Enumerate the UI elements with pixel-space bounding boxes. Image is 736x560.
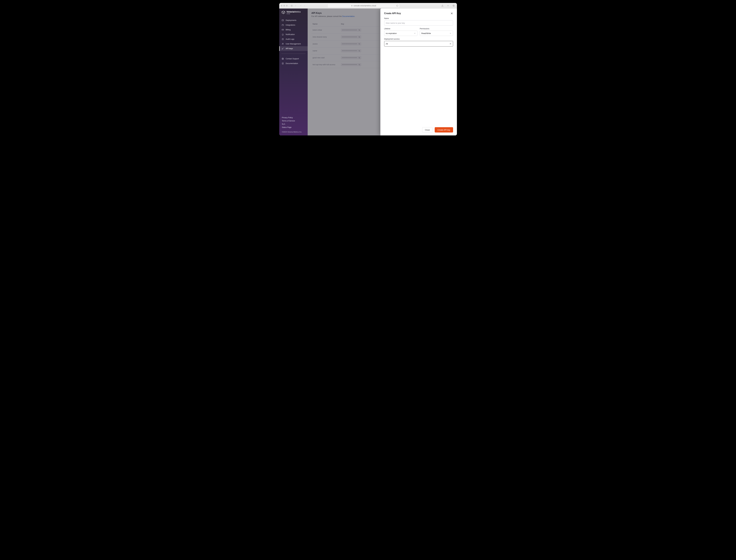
lifetime-label: Lifetime bbox=[384, 28, 417, 30]
browser-window: console.victoriametrics.cloud bbox=[279, 3, 457, 135]
sidebar-item-user-management[interactable]: User Management bbox=[279, 42, 308, 46]
window-max-dot[interactable] bbox=[286, 5, 288, 6]
new-tab-icon[interactable] bbox=[446, 4, 450, 8]
svg-rect-0 bbox=[291, 5, 292, 6]
name-input[interactable] bbox=[384, 20, 453, 26]
reload-icon[interactable] bbox=[396, 5, 398, 7]
lock-icon bbox=[351, 5, 353, 6]
key-icon bbox=[282, 47, 284, 50]
svg-rect-6 bbox=[453, 5, 454, 6]
back-button[interactable] bbox=[299, 4, 303, 8]
sidebar-item-label: Billing bbox=[286, 29, 291, 31]
deployment-access-select[interactable]: All bbox=[384, 41, 453, 47]
svg-point-17 bbox=[283, 43, 283, 44]
users-icon bbox=[282, 43, 284, 45]
forward-button[interactable] bbox=[303, 4, 306, 8]
integrations-icon bbox=[282, 24, 284, 26]
svg-point-20 bbox=[282, 58, 283, 59]
sidebar-item-label: Audit Logs bbox=[286, 38, 294, 40]
copyright: ©2024 Victoria Metrics Inc. bbox=[282, 131, 305, 133]
brand-name: VictoriaMetrics Cloud bbox=[287, 11, 301, 14]
sidebar-item-label: Integrations bbox=[286, 24, 295, 26]
sidebar-item-label: User Management bbox=[286, 43, 301, 45]
svg-rect-8 bbox=[282, 20, 284, 21]
svg-rect-2 bbox=[351, 6, 352, 6]
close-icon[interactable] bbox=[450, 12, 453, 15]
create-api-key-button[interactable]: Create API key bbox=[435, 127, 453, 132]
sidebar-item-label: Notification bbox=[286, 33, 295, 35]
create-api-key-drawer: Create API Key Name Lifetime n bbox=[380, 9, 457, 135]
nav-primary: DeploymentsIntegrationsBillingNotificati… bbox=[279, 17, 308, 52]
support-icon bbox=[282, 58, 284, 60]
svg-point-16 bbox=[282, 43, 283, 44]
chevron-down-icon[interactable] bbox=[294, 4, 297, 8]
doc-icon bbox=[282, 62, 284, 65]
close-button[interactable]: Close bbox=[422, 127, 433, 132]
window-traffic-lights[interactable] bbox=[281, 5, 288, 6]
svg-line-23 bbox=[283, 58, 284, 58]
brand-logo-icon bbox=[281, 11, 285, 15]
sidebar-item-contact-support[interactable]: Contact Support bbox=[279, 56, 308, 61]
lifetime-select[interactable]: no expiration bbox=[384, 31, 417, 36]
billing-icon bbox=[282, 29, 284, 31]
permissions-label: Permissions bbox=[420, 28, 453, 30]
footer-link[interactable]: Privacy Policy bbox=[282, 116, 305, 119]
notification-icon bbox=[282, 33, 284, 36]
footer-link[interactable]: Status Page bbox=[282, 126, 305, 128]
address-bar[interactable]: console.victoriametrics.cloud bbox=[328, 4, 400, 8]
clear-icon[interactable] bbox=[449, 43, 451, 45]
svg-rect-13 bbox=[282, 38, 283, 40]
sidebar: VictoriaMetrics Cloud DeploymentsIntegra… bbox=[279, 9, 308, 135]
sidebar-item-label: Contact Support bbox=[286, 58, 299, 60]
svg-rect-10 bbox=[282, 25, 284, 26]
permissions-select[interactable]: Read/Write bbox=[420, 31, 453, 36]
permissions-value: Read/Write bbox=[421, 32, 431, 34]
sidebar-item-integrations[interactable]: Integrations bbox=[279, 23, 308, 27]
sidebar-item-billing[interactable]: Billing bbox=[279, 27, 308, 32]
main: API Keys For API reference, please consu… bbox=[308, 9, 457, 135]
sidebar-item-label: Deployments bbox=[286, 19, 296, 21]
chevron-down-icon bbox=[414, 32, 416, 34]
sidebar-item-documentation[interactable]: Documentation bbox=[279, 61, 308, 66]
deployments-icon bbox=[282, 19, 284, 21]
address-text: console.victoriametrics.cloud bbox=[354, 5, 376, 7]
audit-icon bbox=[282, 38, 284, 40]
svg-line-21 bbox=[282, 58, 282, 58]
window-min-dot[interactable] bbox=[283, 5, 285, 6]
footer-link[interactable]: Terms of Service bbox=[282, 120, 305, 122]
name-label: Name bbox=[384, 17, 453, 19]
drawer-title: Create API Key bbox=[384, 12, 401, 15]
sidebar-item-label: Documentation bbox=[286, 62, 298, 64]
svg-line-24 bbox=[282, 59, 282, 59]
tabs-icon[interactable] bbox=[452, 4, 455, 8]
svg-line-22 bbox=[283, 59, 284, 59]
svg-point-18 bbox=[282, 48, 283, 49]
sidebar-item-audit-logs[interactable]: Audit Logs bbox=[279, 37, 308, 42]
share-icon[interactable] bbox=[441, 4, 444, 8]
brand[interactable]: VictoriaMetrics Cloud bbox=[279, 11, 308, 17]
sidebar-toggle-icon[interactable] bbox=[290, 4, 294, 8]
svg-rect-11 bbox=[282, 29, 284, 30]
deployment-label: Deployment access: bbox=[384, 38, 453, 40]
chevron-down-icon bbox=[449, 32, 451, 34]
sidebar-item-notification[interactable]: Notification bbox=[279, 32, 308, 37]
footer-links: Privacy PolicyTerms of ServiceSLAStatus … bbox=[282, 116, 305, 128]
lifetime-value: no expiration bbox=[386, 32, 397, 34]
window-close-dot[interactable] bbox=[281, 5, 282, 6]
deployment-value: All bbox=[386, 43, 388, 45]
nav-secondary: Contact SupportDocumentation bbox=[279, 56, 308, 66]
browser-titlebar: console.victoriametrics.cloud bbox=[279, 3, 457, 9]
footer-link[interactable]: SLA bbox=[282, 123, 305, 125]
svg-rect-7 bbox=[453, 5, 454, 6]
sidebar-item-label: API keys bbox=[286, 48, 293, 50]
sidebar-item-deployments[interactable]: Deployments bbox=[279, 18, 308, 23]
sidebar-item-api-keys[interactable]: API keys bbox=[279, 46, 308, 51]
app-root: VictoriaMetrics Cloud DeploymentsIntegra… bbox=[279, 9, 457, 135]
